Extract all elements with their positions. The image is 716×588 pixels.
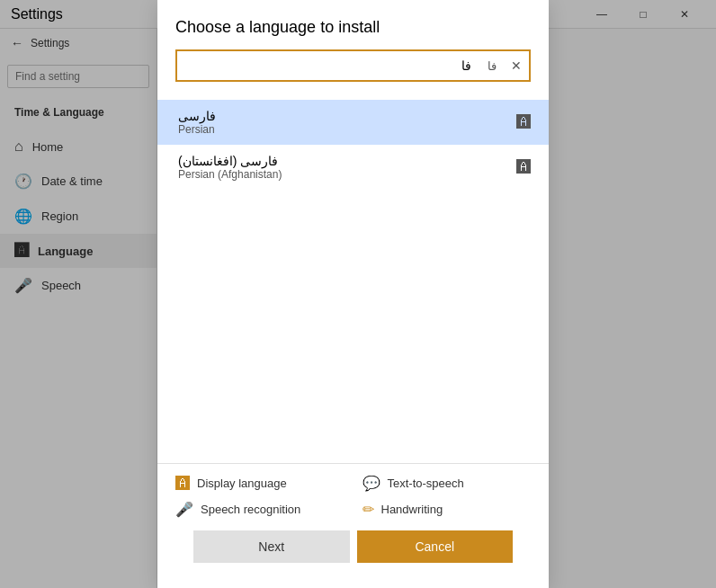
search-fa-text: فا [480, 56, 504, 76]
text-to-speech-label: Text-to-speech [388, 477, 464, 490]
language-name-persian: فارسی [178, 109, 516, 123]
language-item-persian[interactable]: فارسی Persian 🅰 [157, 100, 549, 145]
settings-body: ← Settings Time & Language ⌂ Home 🕐 Date… [0, 29, 716, 588]
persian-language-icon: 🅰 [516, 114, 531, 130]
dialog-title: Choose a language to install [175, 18, 531, 37]
dialog-buttons: Next Cancel [175, 530, 531, 577]
language-list: فارسی Persian 🅰 فارسی (افغانستان) Persia… [157, 93, 549, 463]
next-button[interactable]: Next [193, 530, 350, 563]
handwriting-icon: ✏ [362, 501, 374, 518]
display-language-icon: 🅰 [175, 476, 190, 492]
cancel-button[interactable]: Cancel [357, 530, 514, 563]
handwriting-label: Handwriting [381, 503, 443, 516]
language-item-text-persian-af: فارسی (افغانستان) Persian (Afghanistan) [178, 154, 516, 181]
settings-window: Settings — □ ✕ ← Settings Time & Languag… [0, 0, 716, 588]
language-subname-persian-af: Persian (Afghanistan) [178, 168, 516, 181]
feature-speech-recognition: 🎤 Speech recognition [175, 501, 345, 518]
display-language-label: Display language [197, 477, 287, 490]
speech-recognition-icon: 🎤 [175, 501, 193, 518]
language-search-input[interactable] [177, 51, 480, 80]
dialog-features: 🅰 Display language 💬 Text-to-speech 🎤 Sp… [157, 463, 549, 588]
feature-text-to-speech: 💬 Text-to-speech [362, 475, 532, 492]
language-item-text-persian: فارسی Persian [178, 109, 516, 136]
feature-display-language: 🅰 Display language [175, 475, 345, 492]
feature-handwriting: ✏ Handwriting [362, 501, 532, 518]
search-box: فا ✕ [175, 49, 531, 82]
language-subname-persian: Persian [178, 123, 516, 136]
language-item-persian-af[interactable]: فارسی (افغانستان) Persian (Afghanistan) … [157, 145, 549, 190]
speech-recognition-label: Speech recognition [201, 503, 300, 516]
text-to-speech-icon: 💬 [362, 475, 380, 492]
language-name-persian-af: فارسی (افغانستان) [178, 154, 516, 168]
features-grid: 🅰 Display language 💬 Text-to-speech 🎤 Sp… [175, 475, 531, 518]
search-clear-button[interactable]: ✕ [504, 55, 529, 76]
language-install-dialog: Choose a language to install فا ✕ فارسی … [157, 0, 549, 588]
persian-af-language-icon: 🅰 [516, 159, 531, 175]
dialog-header: Choose a language to install فا ✕ [157, 0, 549, 93]
